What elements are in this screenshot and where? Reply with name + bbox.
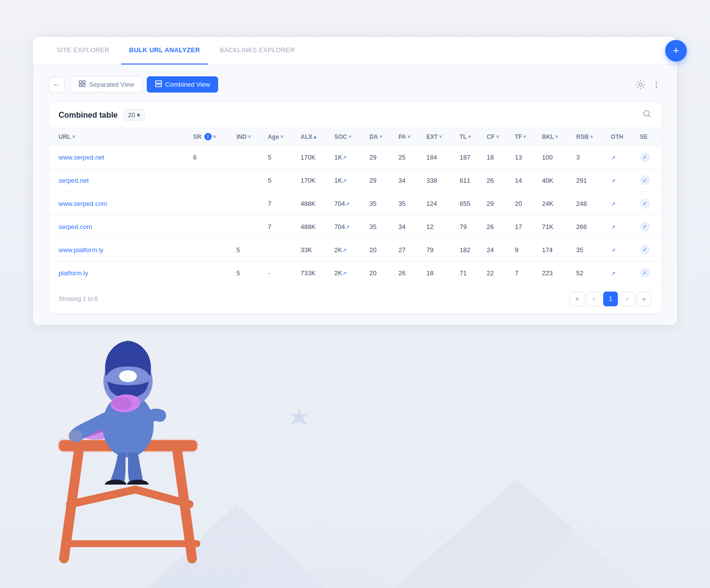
cell-oth: ↗ — [607, 261, 636, 285]
url-link[interactable]: serped.net — [59, 177, 89, 184]
col-bkl[interactable]: BKL ▾ — [538, 128, 572, 146]
svg-point-27 — [119, 370, 137, 382]
url-link[interactable]: serped.com — [59, 223, 92, 230]
external-link-icon[interactable]: ↗ — [611, 178, 615, 184]
search-button[interactable] — [643, 109, 651, 121]
prev-page-button[interactable]: ‹ — [586, 292, 601, 306]
cell-oth: ↗ — [607, 192, 636, 215]
cell-cf: 24 — [483, 238, 511, 261]
svg-point-8 — [656, 84, 657, 85]
url-link[interactable]: www.serped.com — [59, 200, 107, 207]
cell-rsb: 35 — [572, 238, 607, 261]
page-1-button[interactable]: 1 — [603, 292, 618, 306]
rows-per-page-select[interactable]: 20 ▾ — [124, 109, 145, 121]
external-link-icon[interactable]: ↗ — [611, 201, 615, 207]
cell-url: platform.ly — [49, 261, 189, 285]
back-button[interactable]: ← — [49, 77, 65, 93]
cell-tl: 187 — [455, 146, 483, 169]
cell-pa: 27 — [394, 238, 422, 261]
svg-rect-3 — [83, 84, 85, 87]
combined-view-button[interactable]: Combined View — [147, 76, 219, 93]
cell-ind — [232, 192, 264, 215]
toolbar-icons — [636, 80, 661, 90]
cell-cf: 26 — [483, 169, 511, 192]
first-page-button[interactable]: « — [570, 292, 584, 306]
cell-ext: 124 — [422, 192, 456, 215]
cell-ext: 12 — [422, 215, 456, 238]
svg-point-30 — [120, 371, 136, 381]
trend-up-icon: ↗ — [342, 178, 347, 184]
tab-bulk-url-analyzer[interactable]: BULK URL ANALYZER — [121, 37, 208, 65]
trend-up-icon: ↗ — [342, 247, 347, 253]
trend-up-icon: ↗ — [345, 201, 350, 207]
svg-line-15 — [177, 451, 192, 558]
col-url[interactable]: URL ▾ — [49, 128, 189, 146]
cell-soc: 2K↗ — [330, 238, 365, 261]
cell-ind — [232, 169, 264, 192]
external-link-icon[interactable]: ↗ — [611, 155, 615, 161]
separated-view-button[interactable]: Separated View — [70, 76, 143, 93]
cell-url: serped.net — [49, 169, 189, 192]
svg-point-33 — [110, 393, 141, 413]
svg-point-21 — [102, 393, 154, 457]
svg-point-24 — [127, 480, 149, 485]
svg-rect-0 — [79, 81, 82, 83]
col-ext[interactable]: EXT ▾ — [422, 128, 456, 146]
cell-age — [264, 238, 297, 261]
cell-pa: 26 — [394, 261, 422, 285]
svg-point-7 — [656, 81, 657, 83]
cell-tl: 71 — [455, 261, 483, 285]
col-tl[interactable]: TL ▾ — [455, 128, 483, 146]
table-row: platform.ly5-733K2K↗2026187122722352↗✓ — [49, 261, 661, 285]
cell-age: 5 — [264, 169, 297, 192]
cell-se: ✓ — [636, 261, 661, 285]
col-soc[interactable]: SOC ▾ — [330, 128, 365, 146]
col-sr[interactable]: SR i ▾ — [189, 128, 232, 146]
rows-count: 20 — [128, 111, 135, 119]
external-link-icon[interactable]: ↗ — [611, 247, 615, 253]
svg-rect-4 — [156, 81, 161, 83]
url-link[interactable]: www.serped.net — [59, 154, 104, 161]
external-link-icon[interactable]: ↗ — [611, 224, 615, 230]
table-row: www.serped.net65170K1K↗29251841871813100… — [49, 146, 661, 169]
nav-tabs: SITE EXPLORER BULK URL ANALYZER BACKLINK… — [33, 37, 677, 65]
col-pa[interactable]: PA ▾ — [394, 128, 422, 146]
more-options-icon[interactable] — [651, 80, 661, 90]
svg-rect-11 — [59, 440, 197, 451]
col-cf[interactable]: CF ▾ — [483, 128, 511, 146]
cell-url: www.serped.net — [49, 146, 189, 169]
col-se[interactable]: SE — [636, 128, 661, 146]
tab-backlinks-explorer[interactable]: BACKLINKS EXPLORER — [212, 37, 303, 65]
col-tf[interactable]: TF ▾ — [511, 128, 538, 146]
trend-up-icon: ↗ — [342, 270, 347, 276]
cell-ind: 5 — [232, 238, 264, 261]
view-toggle-bar: ← Separated View — [49, 76, 661, 93]
cell-tf: 20 — [511, 192, 538, 215]
cell-rsb: 266 — [572, 215, 607, 238]
cell-bkl: 40K — [538, 169, 572, 192]
svg-rect-12 — [59, 440, 197, 451]
tab-site-explorer[interactable]: SITE EXPLORER — [49, 37, 117, 65]
svg-rect-1 — [83, 81, 85, 83]
col-oth[interactable]: OTH — [607, 128, 636, 146]
svg-rect-19 — [58, 439, 198, 452]
data-table: URL ▾ SR i ▾ IND ▾ Age ▾ — [49, 128, 661, 284]
next-page-button[interactable]: › — [620, 292, 635, 306]
col-rsb[interactable]: RSB ▾ — [572, 128, 607, 146]
col-da[interactable]: DA ▾ — [365, 128, 394, 146]
svg-line-14 — [64, 451, 79, 558]
url-link[interactable]: www.platform.ly — [59, 246, 103, 254]
col-alx[interactable]: ALX ▴ — [296, 128, 330, 146]
svg-rect-2 — [79, 84, 82, 87]
add-button[interactable]: + — [665, 40, 687, 62]
last-page-button[interactable]: » — [637, 292, 651, 306]
cell-url: serped.com — [49, 215, 189, 238]
svg-point-29 — [126, 374, 130, 379]
external-link-icon[interactable]: ↗ — [611, 270, 615, 276]
url-link[interactable]: platform.ly — [59, 269, 88, 277]
settings-icon[interactable] — [636, 80, 645, 90]
illustration — [0, 293, 710, 588]
col-age[interactable]: Age ▾ — [264, 128, 297, 146]
col-ind[interactable]: IND ▾ — [232, 128, 264, 146]
back-arrow-icon: ← — [53, 80, 61, 89]
